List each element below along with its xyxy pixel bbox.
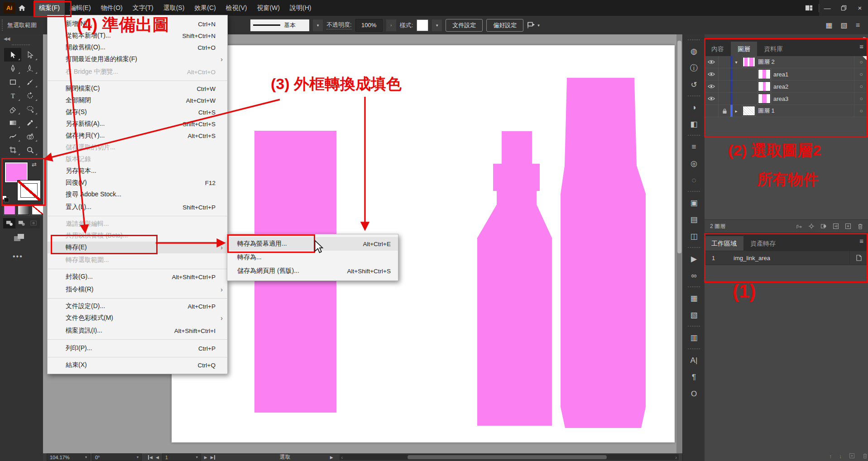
- new-layer-icon[interactable]: [845, 223, 851, 229]
- rectangle-tool[interactable]: [4, 75, 21, 89]
- file-menu-item[interactable]: 列印(P)... Ctrl+P: [48, 342, 227, 357]
- file-menu-item[interactable]: 從範本新增(T)... Shift+Ctrl+N: [48, 30, 227, 42]
- delete-artboard-icon[interactable]: [862, 453, 868, 460]
- type-tool[interactable]: T: [4, 89, 21, 102]
- file-menu-item[interactable]: 結束(X) Ctrl+Q: [48, 359, 227, 371]
- opacity-input[interactable]: 100%: [355, 19, 383, 32]
- home-icon[interactable]: [15, 0, 29, 16]
- file-menu-item[interactable]: 關閉檔案(C) Ctrl+W: [48, 83, 227, 95]
- layer-thumbnail[interactable]: [758, 81, 771, 91]
- artboards-icon[interactable]: ▦: [683, 290, 705, 307]
- layer-thumbnail[interactable]: [758, 94, 771, 104]
- expand-chevron-icon[interactable]: ▸: [733, 109, 740, 114]
- menu-select[interactable]: 選取(S): [158, 0, 190, 16]
- artboard-name[interactable]: img_link_area: [734, 255, 849, 261]
- menu-edit[interactable]: 編輯(E): [65, 0, 96, 16]
- draw-behind-icon[interactable]: [15, 218, 28, 228]
- grid-icon[interactable]: ▦: [825, 21, 832, 29]
- app-logo[interactable]: Ai: [4, 2, 15, 14]
- layer-row[interactable]: ▾ 圖層 2 ○: [705, 56, 868, 68]
- visibility-eye-icon[interactable]: [705, 81, 719, 92]
- new-artboard-icon[interactable]: [849, 453, 855, 460]
- layer-name[interactable]: 圖層 1: [758, 107, 775, 115]
- color-button[interactable]: [4, 205, 15, 215]
- file-menu-item[interactable]: 置入(L)... Shift+Ctrl+P: [48, 200, 227, 216]
- lock-icon[interactable]: [719, 81, 730, 92]
- curvature-tool[interactable]: [21, 62, 38, 75]
- transform-icon[interactable]: ▣: [683, 195, 705, 211]
- file-menu-item[interactable]: 版本記錄: [48, 153, 227, 165]
- info-icon[interactable]: ⓘ: [683, 60, 705, 76]
- status-display[interactable]: 選取: [251, 453, 319, 461]
- history-icon[interactable]: ↺: [683, 76, 705, 93]
- layer-name[interactable]: area3: [773, 95, 788, 102]
- layer-thumbnail[interactable]: [758, 69, 771, 79]
- move-artboard-up-icon[interactable]: ↑: [829, 453, 832, 460]
- file-menu-item[interactable]: 搜尋 Adobe Stock...: [48, 189, 227, 200]
- stroke-style-chevron-icon[interactable]: ▾: [313, 19, 323, 31]
- gradient-tool[interactable]: [4, 116, 21, 129]
- isolate-mode-button[interactable]: ▾: [527, 21, 540, 29]
- opentype-icon[interactable]: O: [683, 385, 705, 402]
- layer-name[interactable]: 圖層 2: [758, 58, 775, 66]
- style-swatch[interactable]: [417, 19, 428, 31]
- file-menu-item[interactable]: 檔案資訊(I)... Alt+Shift+Ctrl+I: [48, 324, 227, 340]
- menu-type[interactable]: 文字(T): [128, 0, 158, 16]
- tab-properties[interactable]: 內容: [705, 42, 731, 56]
- stroke-color-swatch[interactable]: [17, 180, 41, 201]
- file-menu-item[interactable]: 另存新檔(A)... Shift+Ctrl+S: [48, 118, 227, 130]
- color-icon[interactable]: ◑: [683, 99, 705, 116]
- target-circle-icon[interactable]: ○: [854, 56, 868, 68]
- locate-object-icon[interactable]: [808, 223, 815, 229]
- first-artboard-icon[interactable]: ◀: [148, 455, 153, 460]
- style-chevron-icon[interactable]: ▾: [432, 19, 442, 31]
- rotation-dropdown[interactable]: 0°▾: [92, 453, 142, 461]
- file-menu-item[interactable]: 新增(N)... Ctrl+N: [48, 18, 227, 30]
- align-icon[interactable]: ▤: [683, 211, 705, 228]
- new-sublayer-icon[interactable]: [833, 223, 839, 229]
- paragraph-icon[interactable]: ¶: [683, 369, 705, 385]
- character-icon[interactable]: A|: [683, 352, 705, 369]
- width-tool[interactable]: [4, 129, 21, 143]
- lasso-tool[interactable]: [21, 102, 38, 116]
- tab-libraries[interactable]: 資料庫: [757, 42, 790, 56]
- file-menu-item[interactable]: 邀請參與編輯...: [48, 218, 227, 230]
- visibility-eye-icon[interactable]: [705, 56, 719, 68]
- file-menu-item[interactable]: 儲存(S) Ctrl+S: [48, 106, 227, 118]
- previous-artboard-icon[interactable]: ◀: [156, 455, 159, 460]
- shape-builder-tool[interactable]: [21, 129, 38, 143]
- status-expand-icon[interactable]: ▶: [330, 455, 333, 460]
- opacity-expand-icon[interactable]: ›: [386, 19, 396, 31]
- vertical-scrollbar[interactable]: [676, 34, 682, 453]
- close-button[interactable]: ×: [852, 0, 868, 16]
- artboards-panel-menu-icon[interactable]: ≡: [859, 237, 863, 245]
- layer-row[interactable]: area2 ○: [705, 81, 868, 93]
- layer-row[interactable]: area3 ○: [705, 93, 868, 105]
- none-button[interactable]: [32, 205, 43, 215]
- file-menu-item[interactable]: 打開最近使用過的檔案(F) ›: [48, 53, 227, 65]
- artboard-number-dropdown[interactable]: 1▾: [162, 453, 201, 461]
- last-artboard-icon[interactable]: ▶: [211, 455, 215, 460]
- panel-menu-icon[interactable]: ≡: [856, 21, 860, 29]
- zoom-tool[interactable]: [21, 143, 38, 157]
- eraser-tool[interactable]: [4, 102, 21, 116]
- gradient-button[interactable]: [18, 205, 29, 215]
- file-menu-item[interactable]: 文件設定(D)... Alt+Ctrl+P: [48, 300, 227, 312]
- swap-fill-stroke-icon[interactable]: ⇄: [32, 161, 37, 168]
- pen-tool[interactable]: [4, 62, 21, 75]
- horizontal-scrollbar[interactable]: ‹ ›: [340, 454, 679, 460]
- arrange-documents-icon[interactable]: [799, 0, 819, 16]
- paintbrush-tool[interactable]: [21, 75, 38, 89]
- layer-row[interactable]: ▸ 圖層 1 ○: [705, 105, 868, 117]
- lock-icon[interactable]: [719, 105, 730, 117]
- file-menu-item[interactable]: 轉存(E) ›: [48, 242, 227, 253]
- asset-export-icon[interactable]: ▧: [683, 307, 705, 323]
- tab-artboards[interactable]: 工作區域: [705, 236, 743, 251]
- screen-mode-icon[interactable]: [14, 233, 25, 244]
- layer-name[interactable]: area2: [773, 83, 788, 90]
- file-menu-item[interactable]: 共用以供審核 (Beta)...: [48, 230, 227, 242]
- document-setup-button[interactable]: 文件設定: [446, 19, 483, 32]
- lock-icon[interactable]: [719, 68, 730, 80]
- zoom-level-dropdown[interactable]: 104.17%▾: [47, 453, 90, 461]
- layers-panel-menu-icon[interactable]: ≡: [859, 43, 863, 50]
